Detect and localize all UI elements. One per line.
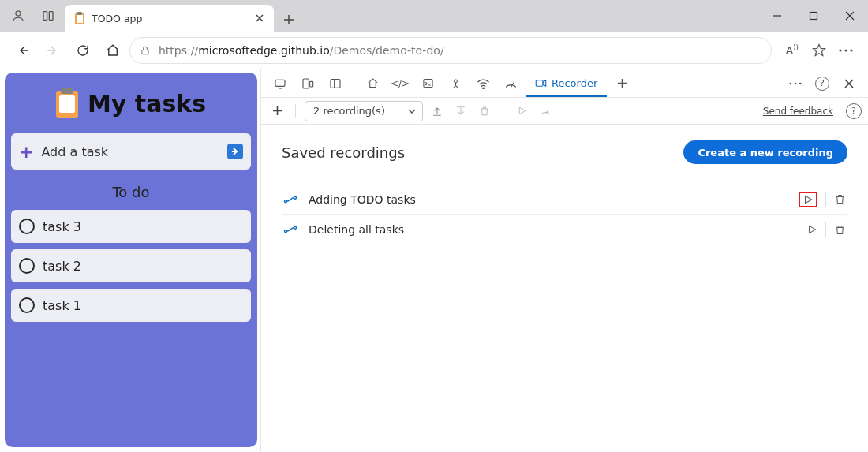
recordings-select[interactable]: 2 recording(s) bbox=[305, 101, 423, 121]
delete-recording-button[interactable] bbox=[834, 193, 846, 205]
flow-icon bbox=[283, 195, 297, 204]
network-tab-icon[interactable] bbox=[470, 71, 496, 96]
svg-rect-12 bbox=[303, 79, 309, 88]
export-icon[interactable] bbox=[428, 102, 447, 121]
recorder-toolbar: 2 recording(s) Send feedback ? bbox=[261, 98, 868, 125]
settings-menu-icon[interactable] bbox=[833, 37, 859, 64]
svg-rect-2 bbox=[49, 12, 53, 21]
flow-icon bbox=[283, 225, 297, 234]
recording-name: Deleting all tasks bbox=[309, 223, 404, 236]
play-recording-button[interactable] bbox=[799, 192, 817, 207]
svg-rect-18 bbox=[536, 80, 543, 87]
devtools-more-icon[interactable] bbox=[783, 71, 808, 96]
task-item[interactable]: task 1 bbox=[11, 289, 251, 322]
task-item[interactable]: task 3 bbox=[11, 210, 251, 243]
recording-row[interactable]: Deleting all tasks bbox=[282, 215, 847, 245]
svg-rect-7 bbox=[142, 50, 148, 54]
svg-point-10 bbox=[850, 49, 852, 51]
svg-rect-14 bbox=[331, 79, 340, 88]
sources-tab-icon[interactable] bbox=[443, 71, 468, 96]
add-task-input[interactable]: + Add a task bbox=[11, 133, 251, 170]
delete-icon[interactable] bbox=[475, 102, 494, 121]
tab-actions-icon[interactable] bbox=[35, 0, 62, 32]
svg-rect-11 bbox=[275, 80, 285, 86]
task-label: task 2 bbox=[43, 259, 81, 274]
task-label: task 1 bbox=[43, 298, 81, 313]
task-item[interactable]: task 2 bbox=[11, 249, 251, 282]
tab-title: TODO app bbox=[92, 13, 142, 24]
url-field[interactable]: https://microsoftedge.github.io/Demos/de… bbox=[129, 37, 772, 64]
svg-rect-6 bbox=[810, 13, 817, 20]
performance-tab-icon[interactable] bbox=[498, 71, 523, 96]
devtools-close-icon[interactable] bbox=[836, 71, 862, 96]
page-title: My tasks bbox=[5, 90, 257, 118]
add-task-placeholder: Add a task bbox=[41, 144, 108, 159]
svg-point-23 bbox=[294, 196, 297, 199]
submit-task-button[interactable] bbox=[227, 144, 243, 159]
replay-icon[interactable] bbox=[512, 102, 531, 121]
window-close[interactable] bbox=[832, 0, 868, 32]
svg-rect-1 bbox=[43, 12, 47, 21]
console-tab-icon[interactable] bbox=[415, 71, 440, 96]
dock-icon[interactable] bbox=[323, 71, 348, 96]
checkbox-icon[interactable] bbox=[19, 219, 35, 234]
nav-back-button[interactable] bbox=[9, 37, 36, 64]
favorite-icon[interactable] bbox=[806, 37, 832, 64]
svg-point-19 bbox=[789, 82, 791, 84]
play-recording-button[interactable] bbox=[806, 224, 817, 235]
devtools-tabstrip: </> Recorder ? bbox=[261, 69, 868, 98]
todo-app: My tasks + Add a task To do task 3 task … bbox=[5, 73, 257, 447]
welcome-tab-icon[interactable] bbox=[360, 71, 385, 96]
lock-icon bbox=[140, 45, 151, 56]
svg-point-9 bbox=[844, 49, 847, 51]
svg-point-25 bbox=[294, 226, 297, 229]
task-label: task 3 bbox=[43, 219, 81, 234]
profile-icon[interactable] bbox=[5, 0, 32, 32]
send-feedback-link[interactable]: Send feedback bbox=[763, 106, 833, 117]
recorder-tab[interactable]: Recorder bbox=[526, 70, 607, 97]
devtools-help-icon[interactable]: ? bbox=[810, 71, 835, 96]
svg-point-21 bbox=[799, 82, 802, 84]
svg-point-20 bbox=[795, 82, 797, 84]
recorder-tab-label: Recorder bbox=[552, 77, 597, 89]
chevron-down-icon bbox=[408, 109, 416, 114]
svg-point-17 bbox=[482, 88, 483, 88]
device-toolbar-icon[interactable] bbox=[295, 71, 320, 96]
svg-rect-5 bbox=[77, 12, 82, 15]
browser-tab[interactable]: TODO app bbox=[65, 5, 274, 32]
nav-refresh-button[interactable] bbox=[69, 37, 96, 64]
window-minimize[interactable] bbox=[759, 0, 795, 32]
address-bar: https://microsoftedge.github.io/Demos/de… bbox=[0, 32, 868, 69]
new-recording-icon[interactable] bbox=[268, 102, 286, 121]
window-maximize[interactable] bbox=[795, 0, 832, 32]
svg-point-8 bbox=[839, 49, 841, 51]
create-recording-button[interactable]: Create a new recording bbox=[683, 140, 847, 164]
svg-rect-4 bbox=[77, 15, 83, 23]
delete-recording-button[interactable] bbox=[834, 224, 846, 236]
recordings-count-label: 2 recording(s) bbox=[313, 105, 385, 117]
elements-tab-icon[interactable]: </> bbox=[387, 71, 413, 96]
clipboard-icon bbox=[56, 91, 78, 118]
tab-strip: TODO app bbox=[0, 0, 868, 32]
inspect-icon[interactable] bbox=[268, 71, 293, 96]
new-tab-button[interactable] bbox=[277, 8, 301, 32]
svg-rect-15 bbox=[423, 80, 432, 88]
svg-point-24 bbox=[285, 230, 287, 233]
recorder-body: Saved recordings Create a new recording … bbox=[261, 125, 868, 452]
more-tabs-button[interactable] bbox=[609, 71, 634, 96]
checkbox-icon[interactable] bbox=[19, 258, 35, 274]
devtools-panel: </> Recorder ? bbox=[260, 69, 868, 452]
nav-home-button[interactable] bbox=[99, 37, 126, 64]
svg-point-0 bbox=[16, 11, 21, 16]
import-icon[interactable] bbox=[451, 102, 470, 121]
checkbox-icon[interactable] bbox=[19, 297, 35, 313]
read-aloud-icon[interactable]: A)) bbox=[780, 37, 805, 64]
section-heading: To do bbox=[5, 184, 257, 200]
recorder-help-icon[interactable]: ? bbox=[846, 103, 862, 119]
close-tab-icon[interactable] bbox=[253, 12, 266, 24]
svg-rect-13 bbox=[310, 81, 313, 87]
recording-name: Adding TODO tasks bbox=[309, 193, 416, 206]
url-text: https://microsoftedge.github.io/Demos/de… bbox=[159, 44, 444, 57]
replay-settings-icon[interactable] bbox=[536, 102, 555, 121]
recording-row[interactable]: Adding TODO tasks bbox=[282, 185, 847, 215]
